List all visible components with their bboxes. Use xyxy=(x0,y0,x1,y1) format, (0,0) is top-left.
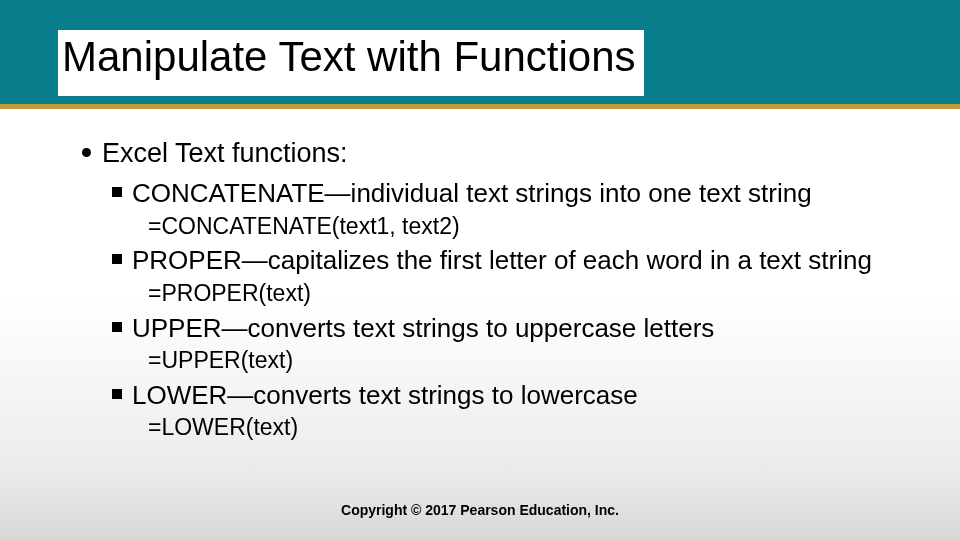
content-area: Excel Text functions: CONCATENATE—indivi… xyxy=(82,138,920,444)
function-item: LOWER—converts text strings to lowercase xyxy=(112,379,920,412)
function-syntax: =UPPER(text) xyxy=(148,346,920,375)
bullet-dot-icon xyxy=(82,148,91,157)
intro-text: Excel Text functions: xyxy=(102,138,348,168)
bullet-square-icon xyxy=(112,187,122,197)
function-syntax: =LOWER(text) xyxy=(148,413,920,442)
function-item: CONCATENATE—individual text strings into… xyxy=(112,177,920,210)
function-heading: LOWER—converts text strings to lowercase xyxy=(132,380,638,410)
slide-title: Manipulate Text with Functions xyxy=(58,30,644,96)
function-syntax: =CONCATENATE(text1, text2) xyxy=(148,212,920,241)
bullet-square-icon xyxy=(112,389,122,399)
function-heading: CONCATENATE—individual text strings into… xyxy=(132,178,812,208)
function-syntax: =PROPER(text) xyxy=(148,279,920,308)
slide: Manipulate Text with Functions Excel Tex… xyxy=(0,0,960,540)
accent-line xyxy=(0,104,960,109)
function-heading: PROPER—capitalizes the first letter of e… xyxy=(132,245,872,275)
copyright-footer: Copyright © 2017 Pearson Education, Inc. xyxy=(0,502,960,518)
bullet-square-icon xyxy=(112,254,122,264)
intro-bullet: Excel Text functions: xyxy=(82,138,920,169)
function-item: PROPER—capitalizes the first letter of e… xyxy=(112,244,920,277)
function-heading: UPPER—converts text strings to uppercase… xyxy=(132,313,714,343)
function-item: UPPER—converts text strings to uppercase… xyxy=(112,312,920,345)
bullet-square-icon xyxy=(112,322,122,332)
